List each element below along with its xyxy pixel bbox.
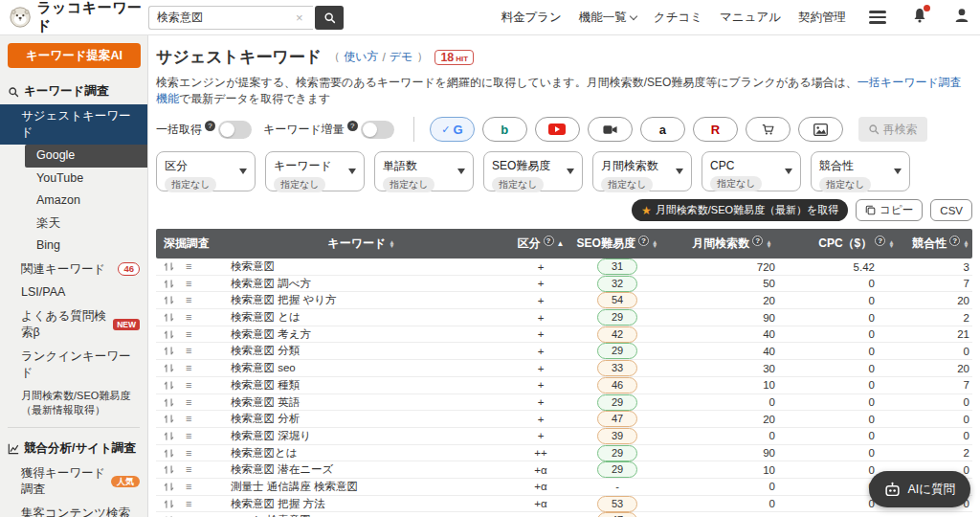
top-nav-link[interactable]: 料金プラン (501, 10, 561, 26)
col-kubun[interactable]: 区分?▲ (507, 236, 574, 252)
row-menu-icon[interactable]: ≡ (186, 261, 191, 272)
row-menu-icon[interactable]: ≡ (186, 329, 191, 340)
engine-pill-bing[interactable]: b (482, 117, 527, 142)
col-competition[interactable]: 競合性?▲▼ (909, 236, 972, 252)
copy-button[interactable]: コピー (856, 199, 923, 221)
sidebar-item[interactable]: よくある質問検索β NEW (0, 304, 147, 345)
drilldown-icon[interactable] (164, 261, 174, 272)
row-menu-icon[interactable]: ≡ (186, 431, 191, 441)
notifications-bell-icon[interactable] (911, 7, 928, 28)
top-nav-link[interactable]: 機能一覧 (579, 10, 636, 26)
drilldown-icon[interactable] (164, 380, 174, 391)
row-menu-icon[interactable]: ≡ (186, 448, 191, 459)
drilldown-icon[interactable] (164, 414, 174, 424)
row-menu-icon[interactable]: ≡ (186, 279, 191, 289)
row-menu-icon[interactable]: ≡ (186, 499, 191, 509)
drilldown-icon[interactable] (164, 499, 174, 509)
help-icon[interactable]: ? (347, 121, 358, 131)
engine-pill-image[interactable] (798, 117, 843, 142)
logo[interactable]: ラッコキーワード (10, 0, 148, 35)
hamburger-menu-icon[interactable] (869, 11, 886, 24)
col-cpc[interactable]: CPC（$）?▲▼ (804, 236, 909, 252)
drilldown-icon[interactable] (164, 363, 174, 373)
filter-dropdown[interactable]: CPC 指定なし (702, 151, 801, 191)
filter-dropdown[interactable]: 月間検索数 指定なし (592, 151, 692, 191)
sidebar-engine-item[interactable]: Amazon (0, 190, 147, 213)
filter-dropdown[interactable]: 単語数 指定なし (374, 151, 474, 191)
sidebar-engine-item[interactable]: 楽天 (0, 213, 147, 236)
drilldown-icon[interactable] (164, 431, 174, 441)
row-menu-icon[interactable]: ≡ (186, 295, 191, 305)
keyword-search-input[interactable] (148, 6, 313, 30)
demo-link[interactable]: デモ (390, 49, 413, 65)
re-search-button[interactable]: 再検索 (858, 117, 927, 142)
usage-link[interactable]: 使い方 (344, 49, 378, 65)
drilldown-icon[interactable] (164, 397, 174, 408)
options-row: 一括取得 ? キーワード増量 ? ✓G b a R (156, 117, 972, 142)
keyword-cell: 検索意図 seo (215, 361, 507, 375)
sidebar-item[interactable]: ランクインキーワード (0, 345, 147, 385)
sidebar-engine-item[interactable]: Bing (0, 235, 147, 258)
ai-suggest-button[interactable]: キーワード提案AI (8, 43, 141, 68)
sidebar-item[interactable]: 集客コンテンツ検索 (0, 502, 147, 517)
row-menu-icon[interactable]: ≡ (186, 380, 191, 391)
row-menu-icon[interactable]: ≡ (186, 312, 191, 323)
sort-icon: ▲▼ (652, 240, 657, 248)
csv-button[interactable]: CSV (930, 199, 972, 221)
sidebar-engine-item[interactable]: YouTube (0, 168, 147, 191)
row-menu-icon[interactable]: ≡ (186, 397, 191, 408)
engine-pill-video[interactable] (588, 117, 633, 142)
sidebar-item[interactable]: 獲得キーワード調査 人気 (0, 461, 147, 502)
col-volume[interactable]: 月間検索数?▲▼ (660, 236, 804, 252)
help-icon[interactable]: ? (949, 236, 960, 246)
title-links: （ 使い方 / デモ ） (328, 49, 428, 65)
drilldown-icon[interactable] (164, 312, 174, 323)
sidebar-item[interactable]: 月間検索数/SEO難易度 （最新情報取得） (0, 385, 147, 421)
search-button[interactable] (315, 6, 344, 30)
fetch-latest-button[interactable]: ★月間検索数/SEO難易度（最新）を取得 (632, 199, 848, 221)
row-menu-icon[interactable]: ≡ (186, 482, 191, 492)
help-icon[interactable]: ? (544, 236, 554, 246)
row-menu-icon[interactable]: ≡ (186, 346, 191, 356)
filter-dropdown[interactable]: SEO難易度 指定なし (483, 151, 583, 191)
sidebar-item-suggest-keyword[interactable]: サジェストキーワード (0, 104, 147, 145)
drilldown-icon[interactable] (164, 464, 174, 475)
sidebar-engine-item[interactable]: Google (25, 145, 147, 168)
sort-icon: ▲▼ (888, 240, 894, 248)
app-window: ラッコキーワード × 料金プラン 機能一覧 クチコミ マニュアル 契約管理 (0, 0, 980, 517)
engine-pill-shopping[interactable] (746, 117, 791, 142)
drilldown-icon[interactable] (164, 482, 174, 492)
row-menu-icon[interactable]: ≡ (186, 414, 191, 424)
help-icon[interactable]: ? (205, 121, 215, 131)
engine-pill-google[interactable]: ✓G (430, 117, 475, 142)
row-menu-icon[interactable]: ≡ (186, 363, 191, 373)
help-icon[interactable]: ? (638, 236, 649, 246)
competition-cell: 0 (909, 414, 972, 425)
col-keyword[interactable]: キーワード▲▼ (215, 236, 507, 252)
ask-ai-button[interactable]: AIに質問 (869, 471, 970, 507)
row-menu-icon[interactable]: ≡ (186, 464, 191, 475)
drilldown-icon[interactable] (164, 329, 174, 340)
user-account-icon[interactable] (953, 7, 970, 28)
engine-pill-youtube[interactable] (535, 117, 580, 142)
engine-pill-rakuten[interactable]: R (693, 117, 738, 142)
drilldown-icon[interactable] (164, 346, 174, 356)
help-icon[interactable]: ? (875, 236, 885, 246)
drilldown-icon[interactable] (164, 448, 174, 459)
top-nav-link[interactable]: 契約管理 (798, 10, 846, 26)
help-icon[interactable]: ? (752, 236, 763, 246)
toggle-switch[interactable] (218, 121, 252, 139)
engine-pill-amazon[interactable]: a (640, 117, 685, 142)
top-nav-link[interactable]: マニュアル (720, 10, 781, 26)
filter-dropdown[interactable]: キーワード 指定なし (265, 151, 365, 191)
col-seo[interactable]: SEO難易度?▲▼ (574, 236, 660, 252)
drilldown-icon[interactable] (164, 295, 174, 305)
filter-dropdown[interactable]: 競合性 指定なし (811, 151, 910, 191)
filter-dropdown[interactable]: 区分 指定なし (156, 151, 256, 191)
sidebar-item[interactable]: 関連キーワード 46 (0, 258, 147, 281)
top-nav-link[interactable]: クチコミ (654, 10, 702, 26)
drilldown-icon[interactable] (164, 279, 174, 289)
sidebar-item[interactable]: LSI/PAA (0, 281, 147, 304)
toggle-switch[interactable] (361, 121, 394, 139)
clear-search-icon[interactable]: × (296, 11, 313, 25)
